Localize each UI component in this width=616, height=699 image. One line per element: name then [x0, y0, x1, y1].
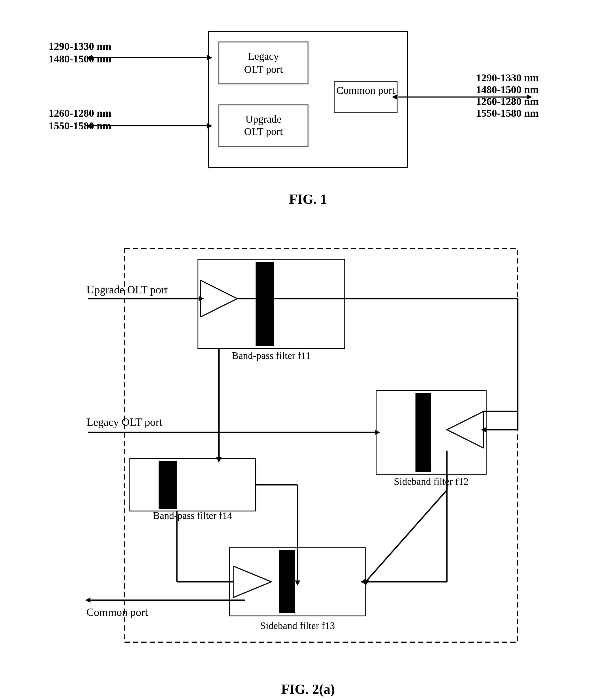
svg-text:Band-pass filter f11: Band-pass filter f11: [232, 350, 311, 361]
svg-text:OLT port: OLT port: [244, 64, 283, 75]
fig2-container: Upgrade OLT port Legacy OLT port Common …: [16, 228, 600, 697]
svg-rect-33: [159, 461, 177, 509]
svg-text:Upgrade OLT port: Upgrade OLT port: [86, 284, 168, 296]
svg-text:1480-1500 nm: 1480-1500 nm: [49, 53, 111, 65]
svg-line-51: [366, 490, 447, 582]
svg-marker-54: [85, 597, 91, 603]
svg-text:1260-1280 nm: 1260-1280 nm: [49, 107, 111, 119]
fig2-caption: FIG. 2(a): [281, 682, 335, 697]
fig1-diagram: 1290-1330 nm 1480-1500 nm 1260-1280 nm 1…: [72, 21, 544, 184]
svg-rect-29: [256, 262, 274, 346]
svg-text:Upgrade: Upgrade: [245, 113, 282, 125]
fig1-container: 1290-1330 nm 1480-1500 nm 1260-1280 nm 1…: [16, 21, 600, 207]
svg-text:1290-1330 nm: 1290-1330 nm: [49, 40, 111, 52]
svg-rect-35: [279, 550, 295, 613]
svg-text:1260-1280 nm: 1260-1280 nm: [476, 95, 539, 107]
svg-text:1550-1580 nm: 1550-1580 nm: [476, 107, 539, 119]
svg-rect-31: [415, 393, 431, 472]
fig2-svg: Upgrade OLT port Legacy OLT port Common …: [72, 228, 544, 674]
fig2-diagram: Upgrade OLT port Legacy OLT port Common …: [72, 228, 544, 674]
fig1-svg: 1290-1330 nm 1480-1500 nm 1260-1280 nm 1…: [72, 21, 544, 184]
svg-text:OLT port: OLT port: [244, 126, 283, 137]
svg-text:Legacy: Legacy: [248, 50, 279, 62]
svg-rect-1: [219, 42, 308, 84]
svg-text:1290-1330 nm: 1290-1330 nm: [476, 72, 539, 84]
svg-text:1550-1580 nm: 1550-1580 nm: [49, 120, 111, 132]
svg-text:Sideband filter f13: Sideband filter f13: [260, 620, 335, 631]
svg-text:Common port: Common port: [336, 84, 395, 96]
svg-text:Common port: Common port: [86, 606, 148, 618]
svg-text:Legacy OLT port: Legacy OLT port: [86, 416, 162, 428]
svg-text:Band-pass filter f14: Band-pass filter f14: [153, 510, 232, 521]
svg-rect-32: [130, 459, 256, 511]
svg-text:Sideband filter f12: Sideband filter f12: [394, 476, 469, 487]
svg-text:1480-1500 nm: 1480-1500 nm: [476, 84, 539, 95]
fig1-caption: FIG. 1: [289, 192, 327, 207]
